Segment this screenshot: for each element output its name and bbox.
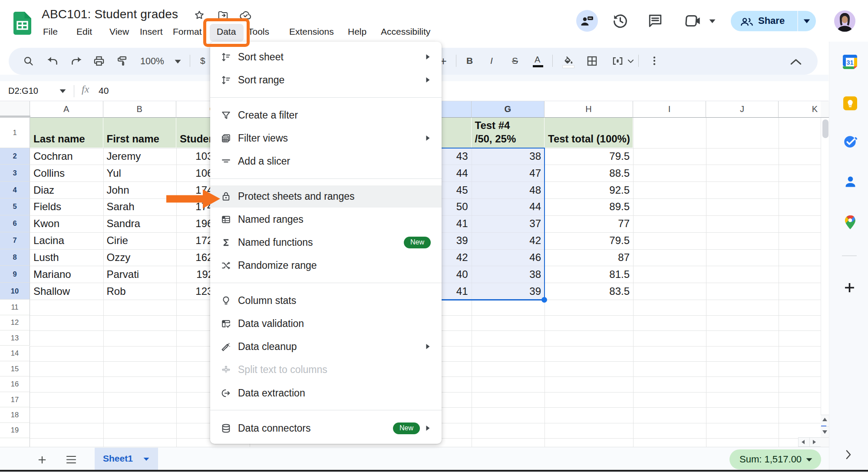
svg-text:31: 31 — [846, 59, 853, 66]
